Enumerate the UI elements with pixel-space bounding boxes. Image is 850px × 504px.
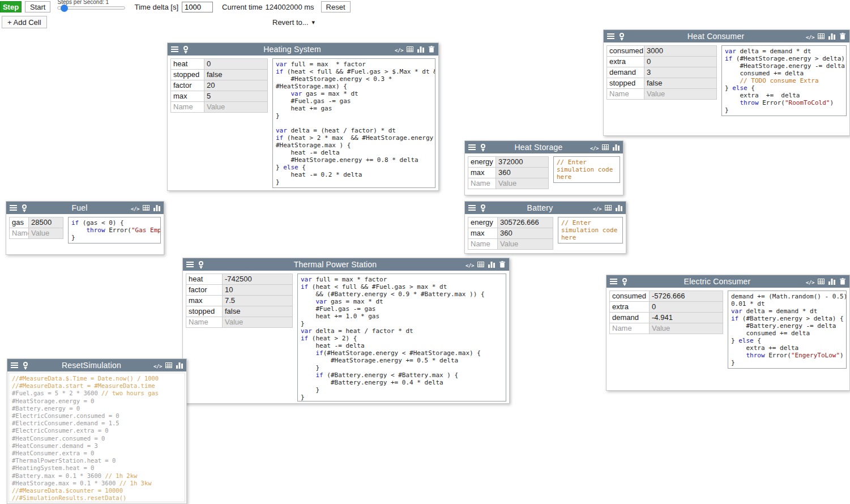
property-value[interactable]: false [644,78,717,89]
card-header[interactable]: Heat Consumer [604,30,849,42]
new-property-value-input[interactable]: Value [649,323,723,334]
table-view-icon[interactable] [600,141,610,153]
property-value[interactable]: 0 [649,301,723,313]
new-property-value-input[interactable]: Value [496,178,549,189]
chart-view-icon[interactable] [614,202,623,214]
reset-button[interactable]: Reset [321,1,351,12]
menu-icon[interactable] [170,43,180,55]
pin-icon[interactable] [196,258,206,271]
code-editor[interactable]: var full = max * factorif (heat < full &… [272,58,435,188]
new-property-name-input[interactable]: Name [186,317,223,328]
menu-icon[interactable] [10,359,19,371]
table-view-icon[interactable] [405,43,415,55]
pin-icon[interactable] [478,202,488,214]
code-editor[interactable]: var full = max * factorif (heat < full &… [297,274,506,402]
property-value[interactable]: 0 [204,58,268,70]
menu-icon[interactable] [8,202,18,214]
pin-icon[interactable] [181,43,190,55]
card-header[interactable]: Electric Consumer [606,275,849,288]
chart-view-icon[interactable] [611,141,621,153]
code-view-icon[interactable] [805,30,815,42]
property-value[interactable]: 360 [496,167,549,178]
pin-icon[interactable] [478,141,488,153]
new-property-name-input[interactable]: Name [170,101,204,113]
property-value[interactable]: 360 [497,228,553,239]
menu-icon[interactable] [606,30,616,42]
code-editor[interactable]: if (gas < 0) { throw Error("Gas Empty")} [68,217,161,244]
chart-view-icon[interactable] [174,359,184,371]
property-value[interactable]: false [204,69,268,80]
property-value[interactable]: 3 [644,67,717,78]
property-value[interactable]: 10 [222,284,293,296]
table-view-icon[interactable] [141,202,151,214]
code-editor[interactable]: demand += (Math.random() - 0.5) *0.01 * … [728,291,847,369]
slider-handle[interactable] [61,5,68,12]
card-header[interactable]: Heat Storage [465,141,623,153]
property-value[interactable]: 28500 [28,217,63,228]
card-header[interactable]: ResetSimulation [7,359,186,371]
card-header[interactable]: Heating System [168,43,438,55]
code-editor[interactable]: //#MeasureData.$.Time = Date.now() / 100… [8,373,185,502]
card-header[interactable]: Thermal Power Station [183,258,509,271]
new-property-value-input[interactable]: Value [28,228,63,239]
code-view-icon[interactable] [590,141,599,153]
property-value[interactable]: 5 [204,91,268,102]
chart-view-icon[interactable] [827,30,836,42]
chart-view-icon[interactable] [416,43,425,55]
new-property-value-input[interactable]: Value [222,317,293,328]
step-button[interactable]: Step [0,1,22,12]
property-value[interactable]: 7.5 [222,295,293,306]
property-value[interactable]: 305726.666 [497,217,553,228]
property-value[interactable]: false [222,306,293,317]
new-property-name-input[interactable]: Name [468,178,496,189]
code-editor[interactable]: // Entersimulation codehere [553,156,620,183]
code-view-icon[interactable] [592,202,602,214]
code-editor[interactable]: // Entersimulation codehere [558,217,623,244]
menu-icon[interactable] [467,202,477,214]
code-view-icon[interactable] [465,258,475,271]
delete-icon[interactable] [426,43,436,55]
start-button[interactable]: Start [25,1,50,12]
property-value[interactable]: -5726.666 [649,291,723,302]
pin-icon[interactable] [617,30,626,42]
revert-dropdown[interactable]: Revert to... ▾ [272,18,315,27]
chart-view-icon[interactable] [827,275,836,288]
code-editor[interactable]: var delta = demand * dtif (#HeatStorage.… [721,45,847,116]
new-property-value-input[interactable]: Value [497,238,553,250]
new-property-value-input[interactable]: Value [644,88,717,100]
chart-view-icon[interactable] [152,202,161,214]
pin-icon[interactable] [620,275,629,288]
property-value[interactable]: 3000 [644,45,717,57]
time-delta-input[interactable] [182,2,213,12]
new-property-name-input[interactable]: Name [468,238,498,250]
new-property-name-input[interactable]: Name [9,228,29,239]
property-value[interactable]: -742500 [222,274,293,285]
property-value[interactable]: -4.941 [649,312,723,323]
add-cell-button[interactable]: + Add Cell [2,16,47,28]
property-value[interactable]: 0 [644,56,717,67]
table-view-icon[interactable] [164,359,173,371]
delete-icon[interactable] [838,30,847,42]
card-header[interactable]: Battery [465,202,626,214]
chart-view-icon[interactable] [486,258,496,271]
menu-icon[interactable] [185,258,195,271]
property-value[interactable]: 20 [204,80,268,91]
delete-icon[interactable] [838,275,847,288]
new-property-name-input[interactable]: Name [606,88,644,100]
table-view-icon[interactable] [476,258,485,271]
table-view-icon[interactable] [816,30,826,42]
pin-icon[interactable] [19,202,29,214]
table-view-icon[interactable] [816,275,826,288]
steps-per-second-slider[interactable] [57,6,125,10]
table-view-icon[interactable] [603,202,613,214]
new-property-name-input[interactable]: Name [609,323,650,334]
code-view-icon[interactable] [394,43,404,55]
card-header[interactable]: Fuel [6,202,164,214]
new-property-value-input[interactable]: Value [204,101,268,113]
menu-icon[interactable] [467,141,477,153]
pin-icon[interactable] [20,359,30,371]
delete-icon[interactable] [497,258,507,271]
property-value[interactable]: 372000 [496,156,549,168]
code-view-icon[interactable] [153,359,163,371]
menu-icon[interactable] [609,275,618,288]
